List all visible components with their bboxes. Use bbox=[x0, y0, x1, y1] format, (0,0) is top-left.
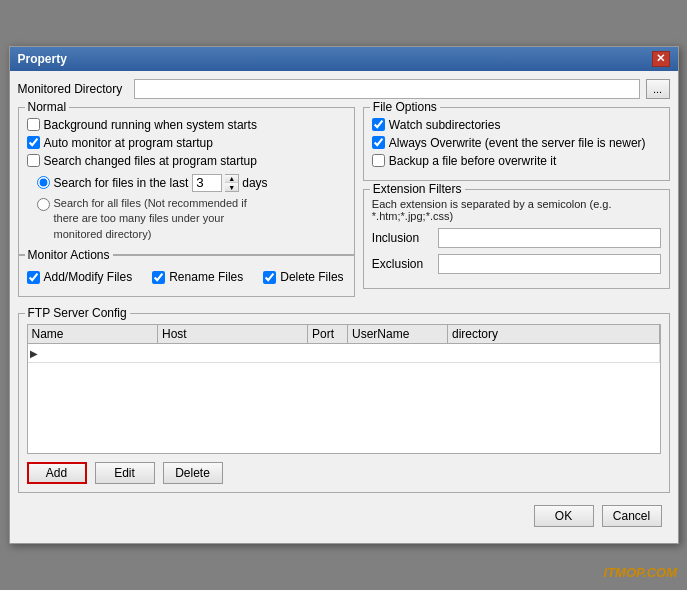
rename-checkbox[interactable] bbox=[152, 271, 165, 284]
main-content: Monitored Directory ... Normal Backgroun… bbox=[10, 71, 678, 543]
days-row: ▲ ▼ days bbox=[192, 174, 267, 192]
row-arrow-icon: ▶ bbox=[30, 348, 38, 359]
search-changed-label: Search changed files at program startup bbox=[44, 154, 257, 168]
backup-label: Backup a file before overwrite it bbox=[389, 154, 556, 168]
radio-all-files[interactable] bbox=[37, 198, 50, 211]
window-title: Property bbox=[18, 52, 67, 66]
col-port: Port bbox=[308, 325, 348, 344]
monitor-actions-title: Monitor Actions bbox=[25, 248, 113, 262]
spinner-up-button[interactable]: ▲ bbox=[225, 175, 238, 184]
ftp-server-title: FTP Server Config bbox=[25, 306, 130, 320]
radio-all-files-label: Search for all files (Not recommended if… bbox=[54, 196, 254, 242]
ftp-arrow-row: ▶ bbox=[28, 344, 660, 363]
delete-button[interactable]: Delete bbox=[163, 462, 223, 484]
ftp-table-header: Name Host Port UserName directory bbox=[28, 325, 660, 344]
col-directory: directory bbox=[448, 325, 660, 344]
rename-label: Rename Files bbox=[169, 270, 243, 284]
ftp-buttons: Add Edit Delete bbox=[27, 462, 661, 484]
radio-group: Search for files in the last ▲ ▼ days bbox=[37, 174, 346, 242]
monitor-actions-row: Add/Modify Files Rename Files Delete Fil… bbox=[27, 266, 346, 288]
add-button[interactable]: Add bbox=[27, 462, 87, 484]
bg-running-checkbox[interactable] bbox=[27, 118, 40, 131]
always-overwrite-label: Always Overwrite (event the server file … bbox=[389, 136, 646, 150]
watch-subdirs-row: Watch subdirectories bbox=[372, 118, 661, 132]
delete-row: Delete Files bbox=[263, 270, 343, 284]
property-window: Property ✕ Monitored Directory ... Norma… bbox=[9, 46, 679, 544]
extension-filters-title: Extension Filters bbox=[370, 182, 465, 196]
file-options-title: File Options bbox=[370, 100, 440, 114]
add-modify-checkbox[interactable] bbox=[27, 271, 40, 284]
days-label: days bbox=[242, 176, 267, 190]
normal-group-title: Normal bbox=[25, 100, 70, 114]
file-options-group: File Options Watch subdirectories Always… bbox=[363, 107, 670, 181]
backup-row: Backup a file before overwrite it bbox=[372, 154, 661, 168]
bottom-buttons: OK Cancel bbox=[18, 501, 670, 535]
add-modify-label: Add/Modify Files bbox=[44, 270, 133, 284]
search-changed-checkbox[interactable] bbox=[27, 154, 40, 167]
days-spinner: ▲ ▼ bbox=[225, 174, 239, 192]
ftp-table-body: ▶ bbox=[28, 344, 660, 363]
edit-button[interactable]: Edit bbox=[95, 462, 155, 484]
cancel-button[interactable]: Cancel bbox=[602, 505, 662, 527]
delete-checkbox[interactable] bbox=[263, 271, 276, 284]
normal-section: Normal Background running when system st… bbox=[18, 107, 355, 305]
monitored-directory-row: Monitored Directory ... bbox=[18, 79, 670, 99]
inclusion-input[interactable] bbox=[438, 228, 661, 248]
exclusion-label: Exclusion bbox=[372, 257, 432, 271]
extension-description: Each extension is separated by a semicol… bbox=[372, 198, 661, 222]
ftp-server-group: FTP Server Config Name Host Port UserNam… bbox=[18, 313, 670, 493]
rename-row: Rename Files bbox=[152, 270, 243, 284]
watch-subdirs-checkbox[interactable] bbox=[372, 118, 385, 131]
header-row: Name Host Port UserName directory bbox=[28, 325, 660, 344]
exclusion-input[interactable] bbox=[438, 254, 661, 274]
radio-last-days-label: Search for files in the last bbox=[54, 176, 189, 190]
auto-monitor-checkbox[interactable] bbox=[27, 136, 40, 149]
radio-row-2: Search for all files (Not recommended if… bbox=[37, 196, 346, 242]
always-overwrite-row: Always Overwrite (event the server file … bbox=[372, 136, 661, 150]
title-bar: Property ✕ bbox=[10, 47, 678, 71]
close-button[interactable]: ✕ bbox=[652, 51, 670, 67]
ok-button[interactable]: OK bbox=[534, 505, 594, 527]
ftp-table-container: Name Host Port UserName directory ▶ bbox=[27, 324, 661, 454]
auto-monitor-label: Auto monitor at program startup bbox=[44, 136, 213, 150]
two-column-section: Normal Background running when system st… bbox=[18, 107, 670, 305]
exclusion-row: Exclusion bbox=[372, 254, 661, 274]
ftp-arrow-cell: ▶ bbox=[28, 344, 660, 363]
days-input[interactable] bbox=[192, 174, 222, 192]
normal-group: Normal Background running when system st… bbox=[18, 107, 355, 255]
right-section: File Options Watch subdirectories Always… bbox=[363, 107, 670, 305]
ftp-table: Name Host Port UserName directory ▶ bbox=[28, 325, 660, 363]
delete-label: Delete Files bbox=[280, 270, 343, 284]
checkbox-row-3: Search changed files at program startup bbox=[27, 154, 346, 168]
extension-filters-group: Extension Filters Each extension is sepa… bbox=[363, 189, 670, 289]
checkbox-row-2: Auto monitor at program startup bbox=[27, 136, 346, 150]
browse-button[interactable]: ... bbox=[646, 79, 670, 99]
spinner-down-button[interactable]: ▼ bbox=[225, 183, 238, 191]
monitored-dir-input[interactable] bbox=[134, 79, 640, 99]
watermark: ITMOP.COM bbox=[604, 565, 677, 580]
inclusion-row: Inclusion bbox=[372, 228, 661, 248]
radio-row-1: Search for files in the last ▲ ▼ days bbox=[37, 174, 346, 192]
radio-last-days[interactable] bbox=[37, 176, 50, 189]
col-username: UserName bbox=[348, 325, 448, 344]
monitor-actions-group: Monitor Actions Add/Modify Files Rename … bbox=[18, 255, 355, 297]
col-host: Host bbox=[158, 325, 308, 344]
add-modify-row: Add/Modify Files bbox=[27, 270, 133, 284]
backup-checkbox[interactable] bbox=[372, 154, 385, 167]
watch-subdirs-label: Watch subdirectories bbox=[389, 118, 501, 132]
checkbox-row-1: Background running when system starts bbox=[27, 118, 346, 132]
always-overwrite-checkbox[interactable] bbox=[372, 136, 385, 149]
col-name: Name bbox=[28, 325, 158, 344]
monitored-dir-label: Monitored Directory bbox=[18, 82, 128, 96]
bg-running-label: Background running when system starts bbox=[44, 118, 257, 132]
inclusion-label: Inclusion bbox=[372, 231, 432, 245]
